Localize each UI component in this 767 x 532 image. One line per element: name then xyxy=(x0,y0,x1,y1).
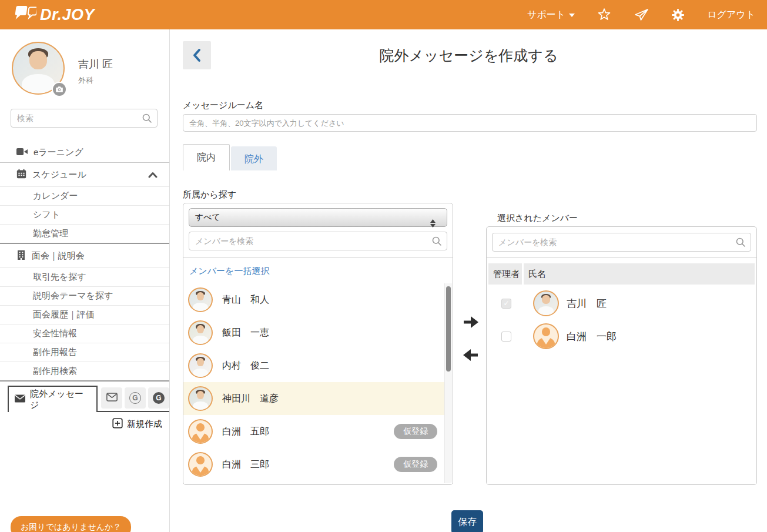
app-header: Dr.JOY サポート xyxy=(0,0,767,29)
member-row-highlighted[interactable]: 神田川 道彦 xyxy=(183,382,444,415)
member-name: 白洲 三郎 xyxy=(222,459,269,471)
selected-members-panel: 管理者 氏名 吉川 匠 白洲 一郎 xyxy=(486,226,757,485)
sidebar-item-shift[interactable]: シフト xyxy=(0,206,169,225)
camera-icon[interactable] xyxy=(52,82,67,97)
menu-label: 面会｜説明会 xyxy=(32,250,85,262)
select-arrows-icon xyxy=(430,219,436,227)
member-row[interactable]: 飯田 一恵 xyxy=(183,316,444,349)
selected-table-header: 管理者 氏名 xyxy=(488,263,755,285)
scope-tabs: 院内 院外 xyxy=(183,144,277,170)
profile-name: 吉川 匠 xyxy=(78,57,113,71)
sidebar-item-calendar[interactable]: カレンダー xyxy=(0,187,169,206)
sidebar-item-safety-info[interactable]: 安全性情報 xyxy=(0,324,169,343)
new-message-label: 新規作成 xyxy=(127,419,162,430)
member-avatar xyxy=(533,290,559,316)
logout-button[interactable]: ログアウト xyxy=(707,9,755,21)
selected-member-list: 吉川 匠 白洲 一郎 xyxy=(487,287,756,353)
mail-filter-button[interactable] xyxy=(101,387,122,409)
department-filter-select[interactable]: すべて xyxy=(189,208,447,227)
tab-external-message[interactable]: 院外メッセージ xyxy=(8,386,98,412)
member-name: 内村 俊二 xyxy=(222,360,269,372)
new-message-button[interactable]: 新規作成 xyxy=(0,418,169,430)
calendar-icon xyxy=(16,169,26,180)
selected-member-row[interactable]: 吉川 匠 xyxy=(487,287,756,320)
group-outline-button[interactable]: G xyxy=(125,387,146,409)
source-section-label: 所属から探す xyxy=(183,189,236,200)
member-row[interactable]: 青山 和人 xyxy=(183,283,444,316)
sidebar-item-meeting-history[interactable]: 面会履歴｜評価 xyxy=(0,306,169,324)
save-button[interactable]: 保存 xyxy=(451,510,483,532)
chevron-up-icon[interactable] xyxy=(148,170,158,180)
sidebar-item-find-seminar[interactable]: 説明会テーマを探す xyxy=(0,287,169,306)
envelope-outline-icon xyxy=(106,393,118,403)
provisional-badge: 仮登録 xyxy=(394,424,437,439)
member-avatar xyxy=(188,320,213,345)
gear-icon[interactable] xyxy=(671,8,685,22)
profile-department: 外科 xyxy=(78,75,113,86)
help-button[interactable]: お困りではありませんか？ xyxy=(11,516,131,532)
tab-outside-hospital[interactable]: 院外 xyxy=(231,146,277,170)
provisional-badge: 仮登録 xyxy=(394,457,437,472)
department-filter-value: すべて xyxy=(195,212,220,223)
column-admin: 管理者 xyxy=(488,263,522,285)
sidebar-item-attendance[interactable]: 勤怠管理 xyxy=(0,225,169,244)
sidebar: 吉川 匠 外科 eラーニング xyxy=(0,29,170,532)
page-title: 院外メッセージを作成する xyxy=(170,46,767,65)
sidebar-item-side-effect-report[interactable]: 副作用報告 xyxy=(0,343,169,362)
sidebar-item-schedule[interactable]: スケジュール xyxy=(0,163,169,187)
member-name: 飯田 一恵 xyxy=(222,327,269,339)
support-menu[interactable]: サポート xyxy=(527,9,575,21)
sidebar-search-input[interactable] xyxy=(11,109,158,128)
member-list-scrollbar[interactable] xyxy=(444,283,452,483)
member-name: 神田川 道彦 xyxy=(222,393,279,405)
sidebar-item-meeting[interactable]: 面会｜説明会 xyxy=(0,244,169,268)
sidebar-item-find-partners[interactable]: 取引先を探す xyxy=(0,268,169,287)
bulk-select-link[interactable]: メンバーを一括選択 xyxy=(189,266,269,277)
member-avatar-placeholder xyxy=(533,323,559,349)
brand-logo[interactable]: Dr.JOY xyxy=(12,5,95,25)
arrow-left-icon xyxy=(462,347,480,363)
message-tab-row: 院外メッセージ G G xyxy=(0,386,169,412)
admin-checkbox[interactable] xyxy=(501,332,511,342)
chevron-down-icon xyxy=(569,9,575,20)
video-icon xyxy=(16,148,28,158)
source-member-search-input[interactable] xyxy=(189,232,447,250)
star-icon[interactable] xyxy=(597,8,611,22)
chat-bubbles-icon xyxy=(12,5,36,25)
move-left-button[interactable] xyxy=(461,346,480,364)
g-outline-icon: G xyxy=(129,392,141,404)
tab-inside-hospital[interactable]: 院内 xyxy=(183,144,230,170)
main-content: 院外メッセージを作成する メッセージルーム名 院内 院外 所属から探す すべて xyxy=(170,29,767,532)
sidebar-item-side-effect-search[interactable]: 副作用検索 xyxy=(0,362,169,382)
selected-section-label: 選択されたメンバー xyxy=(497,213,578,224)
support-label: サポート xyxy=(527,9,565,21)
source-member-list: 青山 和人 飯田 一恵 内村 俊二 神田川 道彦 白洲 五郎 仮登録 白洲 xyxy=(183,283,444,484)
group-filled-button[interactable]: G xyxy=(148,387,169,409)
room-name-input[interactable] xyxy=(183,114,757,132)
sidebar-menu: eラーニング スケジュール カレンダー シフト 勤怠管理 xyxy=(0,143,169,430)
admin-checkbox[interactable] xyxy=(501,299,511,309)
member-name: 白洲 五郎 xyxy=(222,426,269,438)
profile-section: 吉川 匠 外科 xyxy=(12,42,113,95)
member-row[interactable]: 白洲 三郎 仮登録 xyxy=(183,448,444,481)
column-name: 氏名 xyxy=(524,263,755,285)
member-avatar-placeholder xyxy=(188,452,213,477)
selected-member-search-input[interactable] xyxy=(492,233,751,252)
member-avatar xyxy=(188,386,213,411)
building-icon xyxy=(16,250,26,262)
send-icon[interactable] xyxy=(634,8,649,22)
scrollbar-thumb[interactable] xyxy=(446,286,451,372)
sidebar-item-elearning[interactable]: eラーニング xyxy=(0,143,169,163)
member-name: 白洲 一郎 xyxy=(567,330,617,343)
member-row[interactable]: 内村 俊二 xyxy=(183,349,444,382)
tab-label: 院外メッセージ xyxy=(30,389,88,411)
menu-label: スケジュール xyxy=(32,169,86,180)
member-row[interactable]: 白洲 五郎 仮登録 xyxy=(183,415,444,448)
member-name: 吉川 匠 xyxy=(567,297,607,310)
move-right-button[interactable] xyxy=(461,313,480,331)
g-filled-icon: G xyxy=(153,392,165,404)
sidebar-search xyxy=(11,109,158,128)
selected-member-row[interactable]: 白洲 一郎 xyxy=(487,320,756,353)
brand-name: Dr.JOY xyxy=(40,6,95,24)
room-name-label: メッセージルーム名 xyxy=(183,100,263,111)
